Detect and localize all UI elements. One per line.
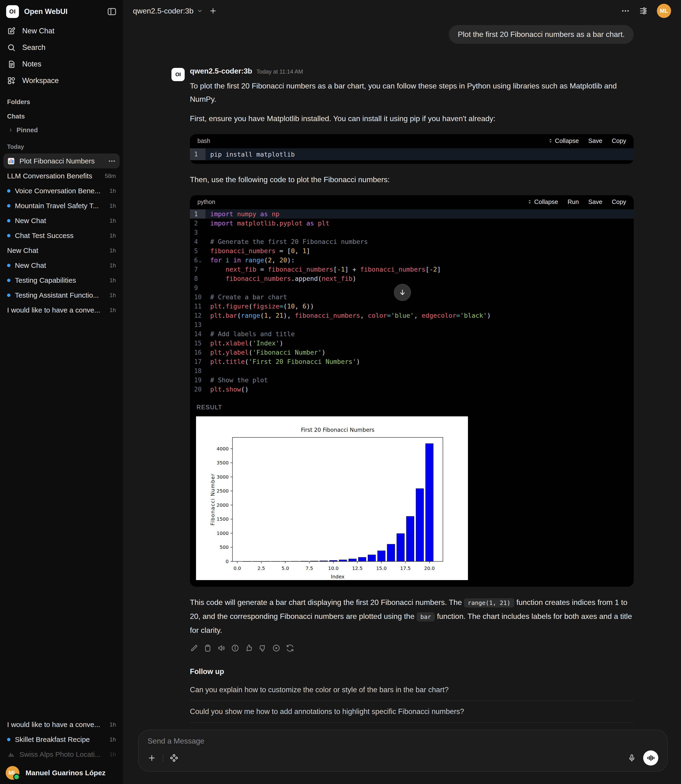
chat-time: 58m bbox=[105, 173, 116, 179]
svg-text:17.5: 17.5 bbox=[400, 565, 411, 571]
profile-avatar[interactable]: ML bbox=[657, 4, 671, 18]
user-message-row: Plot the first 20 Fibonacci numbers as a… bbox=[171, 25, 634, 44]
chat-list-item[interactable]: I would like to have a conve...1h bbox=[3, 303, 120, 314]
chat-title: New Chat bbox=[15, 262, 107, 270]
chat-messages[interactable]: Plot the first 20 Fibonacci numbers as a… bbox=[123, 22, 681, 730]
copy-code-button[interactable]: Copy bbox=[612, 198, 626, 206]
microphone-button[interactable] bbox=[627, 754, 636, 762]
collapse-code-button[interactable]: Collapse bbox=[548, 137, 579, 144]
user-name: Manuel Guarinos López bbox=[25, 769, 106, 777]
updown-icon bbox=[527, 199, 532, 205]
code-editor[interactable]: 1pip install matplotlib bbox=[190, 148, 634, 164]
chat-list-item[interactable]: Plot Fibonacci Numbers bbox=[3, 154, 120, 168]
info-icon[interactable] bbox=[231, 644, 239, 652]
inline-code-chip: bar bbox=[417, 612, 435, 622]
chat-time: 1h bbox=[109, 307, 116, 313]
run-code-button[interactable]: Run bbox=[567, 198, 579, 206]
chat-list-item[interactable]: New Chat1h bbox=[3, 213, 120, 228]
save-code-button[interactable]: Save bbox=[588, 137, 602, 144]
assistant-paragraph: To plot the first 20 Fibonacci numbers a… bbox=[190, 79, 634, 106]
code-line: 4# Generate the first 20 Fibonacci numbe… bbox=[190, 237, 634, 246]
attach-plus-button[interactable] bbox=[147, 754, 156, 762]
sidebar-item-new-chat[interactable]: New Chat bbox=[0, 23, 123, 39]
code-line: 5fibonacci_numbers = [0, 1] bbox=[190, 246, 634, 256]
chat-list-item[interactable]: Testing Capabilities1h bbox=[3, 273, 120, 288]
followup-suggestion[interactable]: Can you explain how to customize the col… bbox=[190, 679, 634, 700]
thumbs-down-icon[interactable] bbox=[258, 644, 267, 652]
python-code-block: pythonCollapseRunSaveCopy1import numpy a… bbox=[190, 195, 634, 587]
search-icon bbox=[7, 43, 16, 52]
tools-button[interactable] bbox=[170, 754, 178, 762]
chat-time: 1h bbox=[109, 262, 116, 269]
more-options-icon[interactable] bbox=[621, 6, 630, 15]
model-selector[interactable]: qwen2.5-coder:3b bbox=[133, 6, 203, 15]
inline-code-chip: range(1, 21) bbox=[464, 598, 514, 608]
chat-list-item[interactable]: Swiss Alps Photo Locati...1h bbox=[3, 747, 120, 762]
assistant-avatar: OI bbox=[171, 68, 185, 81]
sidebar-item-notes[interactable]: Notes bbox=[0, 56, 123, 72]
result-label: RESULT bbox=[196, 404, 627, 411]
code-button-label: Run bbox=[567, 198, 579, 206]
followup-suggestion[interactable]: Is there a way to modify the font size o… bbox=[190, 722, 634, 730]
assistant-name: qwen2.5-coder:3b bbox=[190, 67, 252, 75]
save-code-button[interactable]: Save bbox=[588, 198, 602, 206]
chat-title: Testing Capabilities bbox=[15, 276, 107, 284]
regenerate-icon[interactable] bbox=[286, 644, 294, 652]
chat-list-item[interactable]: Mountain Travel Safety T...1h bbox=[3, 198, 120, 213]
chat-list-item[interactable]: New Chat1h bbox=[3, 258, 120, 273]
chat-title: Chat Test Success bbox=[15, 232, 107, 240]
chat-list-bottom: I would like to have a conve...1hSkillet… bbox=[3, 717, 120, 762]
code-line: 13 bbox=[190, 320, 634, 329]
sidebar-header: OI Open WebUI bbox=[0, 0, 123, 21]
scroll-to-bottom-button[interactable] bbox=[394, 284, 411, 301]
bash-code-block: bashCollapseSaveCopy1pip install matplot… bbox=[190, 134, 634, 164]
unread-dot bbox=[7, 279, 10, 282]
play-circle-icon[interactable] bbox=[272, 644, 280, 652]
chat-list-item[interactable]: Voice Conversation Bene...1h bbox=[3, 183, 120, 198]
copy-code-button[interactable]: Copy bbox=[612, 137, 626, 144]
message-input[interactable]: Send a Message bbox=[138, 730, 668, 772]
code-line: 1pip install matplotlib bbox=[190, 148, 634, 160]
sidebar-item-search[interactable]: Search bbox=[0, 39, 123, 56]
chat-list-item[interactable]: LLM Conversation Benefits58m bbox=[3, 168, 120, 183]
code-editor[interactable]: 1import numpy as np2import matplotlib.py… bbox=[190, 208, 634, 398]
unread-dot bbox=[7, 738, 10, 741]
toolbar-divider bbox=[163, 754, 163, 762]
topbar-actions: ML bbox=[621, 4, 671, 18]
svg-text:First 20 Fibonacci Numbers: First 20 Fibonacci Numbers bbox=[301, 427, 375, 433]
pinned-toggle[interactable]: Pinned bbox=[0, 124, 123, 137]
code-line: 2import matplotlib.pyplot as plt bbox=[190, 219, 634, 228]
chat-list-item[interactable]: Testing Assistant Functio...1h bbox=[3, 288, 120, 303]
collapse-code-button[interactable]: Collapse bbox=[527, 198, 558, 206]
speaker-icon[interactable] bbox=[217, 644, 226, 652]
sidebar-item-workspace[interactable]: Workspace bbox=[0, 72, 123, 89]
clipboard-icon[interactable] bbox=[204, 644, 212, 652]
chats-section-label: Chats bbox=[0, 107, 123, 121]
chat-list-item[interactable]: New Chat1h bbox=[3, 243, 120, 258]
code-button-label: Copy bbox=[612, 137, 626, 144]
chat-list-item[interactable]: Skillet Breakfast Recipe1h bbox=[3, 732, 120, 747]
chat-title: LLM Conversation Benefits bbox=[7, 172, 102, 180]
followup-suggestion[interactable]: Could you show me how to add annotations… bbox=[190, 700, 634, 722]
code-line: 17plt.title('First 20 Fibonacci Numbers'… bbox=[190, 357, 634, 366]
code-line: 14# Add labels and title bbox=[190, 329, 634, 338]
chat-time: 1h bbox=[109, 277, 116, 284]
model-name: qwen2.5-coder:3b bbox=[133, 6, 193, 15]
svg-text:10.0: 10.0 bbox=[328, 565, 339, 571]
pencil-icon[interactable] bbox=[190, 644, 198, 652]
thumbs-up-icon[interactable] bbox=[245, 644, 253, 652]
sidebar-spacer bbox=[0, 314, 123, 717]
voice-mode-button[interactable] bbox=[643, 751, 658, 765]
new-chat-plus-button[interactable] bbox=[209, 7, 217, 15]
sidebar-nav: New ChatSearchNotesWorkspace bbox=[0, 21, 123, 89]
svg-text:0: 0 bbox=[226, 559, 229, 564]
svg-text:Index: Index bbox=[331, 574, 345, 579]
chat-list-item[interactable]: Chat Test Success1h bbox=[3, 228, 120, 243]
chat-list-item[interactable]: I would like to have a conve...1h bbox=[3, 717, 120, 732]
updown-icon bbox=[548, 138, 553, 143]
user-menu[interactable]: ML Manuel Guarinos López bbox=[0, 762, 123, 784]
chat-controls-icon[interactable] bbox=[639, 6, 648, 15]
arrow-down-icon bbox=[398, 288, 407, 297]
edit-square-icon bbox=[7, 27, 16, 35]
sidebar-toggle-icon[interactable] bbox=[107, 6, 117, 17]
